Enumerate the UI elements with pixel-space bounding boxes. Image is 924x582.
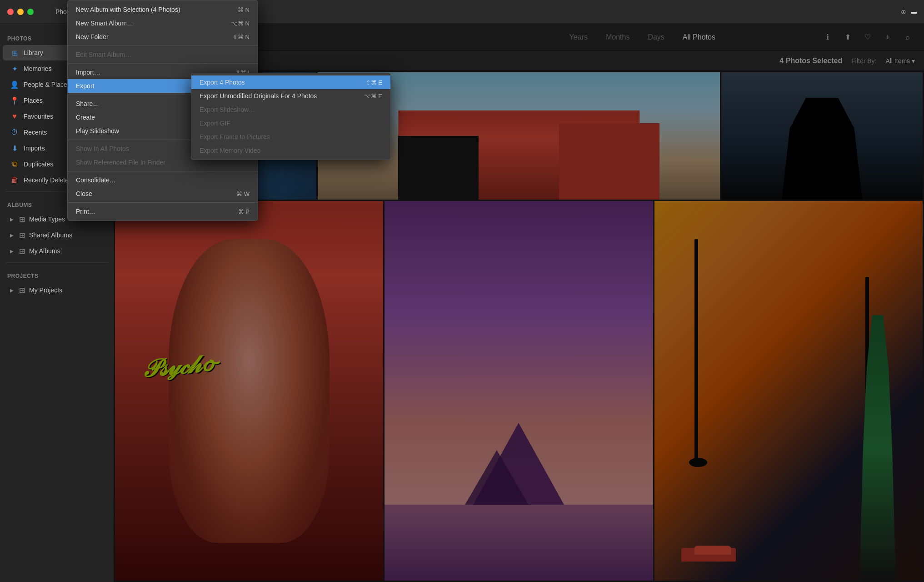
menu-separator-5 [68,171,258,171]
my-projects-icon: ⊞ [17,286,26,295]
menu-item-new-album-selection[interactable]: New Album with Selection (4 Photos) ⌘ N [68,3,258,16]
export-submenu-item-slideshow: Export Slideshow… [191,103,390,116]
sidebar-item-label-places: Places [24,97,43,104]
places-icon: 📍 [10,96,19,105]
menu-item-close-shortcut: ⌘ W [236,191,250,197]
menu-item-export-label: Export [76,82,94,90]
export-submenu-item-gif: Export GIF [191,116,390,130]
export-unmodified-shortcut: ⌥⌘ E [364,93,382,100]
heart-icon: ♥ [10,112,19,121]
menu-item-edit-smart-album: Edit Smart Album… [68,48,258,61]
export-frame-label: Export Frame to Pictures [200,133,270,140]
apple-menu[interactable] [39,0,50,23]
menu-item-create-label: Create [76,114,95,121]
expand-arrow-shared-albums: ▶ [10,233,14,238]
recents-icon: ⏱ [10,128,19,137]
wifi-icon: ⊕ [899,8,908,16]
export-submenu-item-memory-video: Export Memory Video [191,144,390,157]
menu-separator-6 [68,202,258,203]
menu-item-play-slideshow-label: Play Slideshow [76,127,119,135]
sidebar-item-label-library: Library [24,49,43,56]
menu-item-import-label: Import… [76,69,100,76]
menu-item-new-album-selection-label: New Album with Selection (4 Photos) [76,6,180,13]
export-submenu: Export 4 Photos ⇧⌘ E Export Unmodified O… [191,73,391,160]
menu-item-new-folder[interactable]: New Folder ⇧⌘ N [68,30,258,44]
menu-item-new-smart-album[interactable]: New Smart Album… ⌥⌘ N [68,16,258,30]
export-4-photos-label: Export 4 Photos [200,79,245,86]
export-slideshow-label: Export Slideshow… [200,106,255,113]
menu-item-print-shortcut: ⌘ P [238,208,250,215]
sidebar-label-my-albums: My Albums [29,247,60,255]
menu-item-new-folder-shortcut: ⇧⌘ N [233,34,250,40]
export-submenu-item-4-photos[interactable]: Export 4 Photos ⇧⌘ E [191,75,390,89]
sidebar-item-label-people: People & Places [24,81,70,88]
library-icon: ⊞ [10,48,19,57]
export-unmodified-label: Export Unmodified Originals For 4 Photos [200,92,317,100]
sidebar-label-shared-albums: Shared Albums [29,231,72,239]
titlebar-right: ⊕ ▬ [899,8,924,16]
sidebar-item-label-recents: Recents [24,129,47,136]
trash-icon: 🗑 [10,176,19,185]
sidebar-group-my-albums[interactable]: ▶ ⊞ My Albums [3,243,111,259]
menu-separator-2 [68,63,258,64]
fullscreen-button[interactable] [27,9,34,15]
sidebar-projects-section: Projects [0,266,114,282]
export-gif-label: Export GIF [200,120,230,127]
battery-indicator: ▬ [911,9,917,15]
sidebar-label-media-types: Media Types [29,216,65,223]
expand-arrow-media-types: ▶ [10,217,14,222]
sidebar-item-label-recently-deleted: Recently Deleted [24,176,72,184]
sidebar-item-label-imports: Imports [24,145,45,152]
export-submenu-item-unmodified[interactable]: Export Unmodified Originals For 4 Photos… [191,89,390,103]
media-types-icon: ⊞ [17,215,26,224]
menu-item-close-label: Close [76,190,92,197]
export-memory-video-label: Export Memory Video [200,147,260,154]
menu-item-print[interactable]: Print… ⌘ P [68,205,258,218]
menu-item-consolidate[interactable]: Consolidate… [68,173,258,187]
menu-item-show-referenced-label: Show Referenced File In Finder [76,159,165,166]
menu-item-new-smart-album-shortcut: ⌥⌘ N [231,20,250,27]
menu-separator-1 [68,45,258,46]
sidebar-divider-2 [5,262,108,263]
menu-item-new-smart-album-label: New Smart Album… [76,20,133,27]
sidebar-group-my-projects[interactable]: ▶ ⊞ My Projects [3,282,111,298]
imports-icon: ⬇ [10,144,19,153]
memories-icon: ✦ [10,64,19,73]
my-albums-icon: ⊞ [17,246,26,256]
menu-item-close[interactable]: Close ⌘ W [68,187,258,201]
expand-arrow-my-albums: ▶ [10,249,14,254]
sidebar-group-shared-albums[interactable]: ▶ ⊞ Shared Albums [3,227,111,243]
export-submenu-item-frame: Export Frame to Pictures [191,130,390,144]
menu-item-share-label: Share… [76,100,99,107]
duplicates-icon: ⧉ [10,160,19,169]
minimize-button[interactable] [17,9,24,15]
close-button[interactable] [7,9,14,15]
expand-arrow-my-projects: ▶ [10,288,14,293]
people-icon: 👤 [10,80,19,89]
menu-item-new-folder-label: New Folder [76,33,109,40]
shared-albums-icon: ⊞ [17,231,26,240]
menu-item-consolidate-label: Consolidate… [76,176,116,184]
export-4-photos-shortcut: ⇧⌘ E [366,79,382,86]
sidebar-item-label-duplicates: Duplicates [24,161,53,168]
sidebar-label-my-projects: My Projects [29,286,62,294]
menu-item-new-album-shortcut: ⌘ N [238,6,250,13]
menu-item-show-all-photos-label: Show In All Photos [76,145,129,152]
menu-item-print-label: Print… [76,208,95,215]
traffic-lights [0,9,34,15]
sidebar-item-label-memories: Memories [24,65,51,72]
sidebar-item-label-favourites: Favourites [24,113,53,120]
battery-icon: ▬ [911,9,917,15]
menu-item-edit-smart-album-label: Edit Smart Album… [76,51,131,58]
